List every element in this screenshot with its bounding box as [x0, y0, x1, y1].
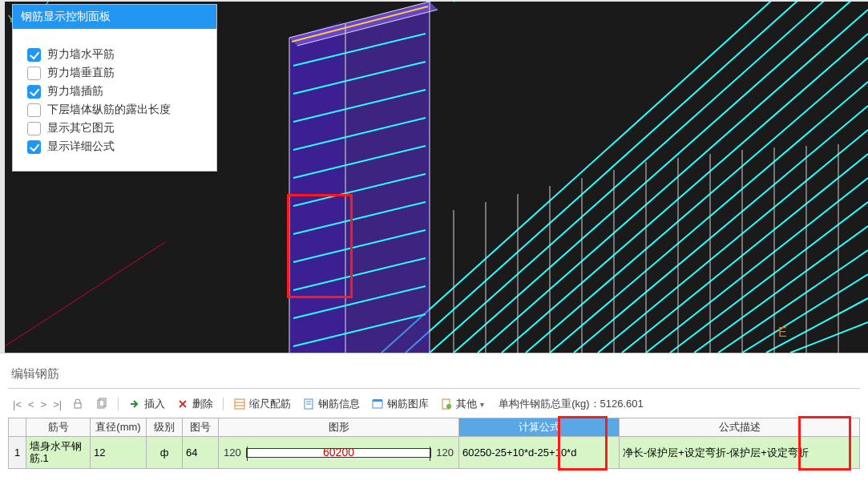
shape-mid: 60200: [247, 446, 431, 459]
col-grade[interactable]: 级别: [147, 418, 183, 437]
checkbox-icon: [27, 85, 41, 99]
nav-prev[interactable]: <: [26, 398, 36, 410]
btn-copy[interactable]: [92, 396, 111, 412]
col-desc[interactable]: 公式描述: [620, 418, 860, 437]
rebar-table-wrap: 筋号 直径(mm) 级别 图号 图形 计算公式 公式描述 1 墙身水平钢筋.1 …: [8, 418, 860, 469]
cell-formula[interactable]: 60250-25+10*d-25+10*d: [459, 437, 620, 469]
col-rownum: [9, 418, 26, 437]
info-icon: [302, 398, 315, 410]
rebar-editor: 编辑钢筋 |< < > >| 插入 删除 缩尺配筋 钢筋信息: [0, 353, 868, 469]
viewport-3d[interactable]: E 钢筋显示控制面板 剪力墙水平筋 剪力墙垂直筋 剪力墙插筋 下层墙体纵筋的露出…: [0, 0, 868, 353]
cell-dia[interactable]: 12: [91, 437, 147, 469]
svg-rect-71: [373, 399, 382, 402]
btn-info[interactable]: 钢筋信息: [299, 395, 363, 413]
cb-other[interactable]: 显示其它图元: [27, 121, 204, 135]
nav-last[interactable]: >|: [51, 398, 63, 410]
cell-num[interactable]: 墙身水平钢筋.1: [26, 437, 91, 469]
checkbox-icon: [27, 48, 41, 62]
svg-rect-70: [373, 401, 382, 408]
col-shape[interactable]: 图形: [219, 418, 459, 437]
svg-line-12: [718, 250, 868, 353]
library-icon: [371, 398, 384, 410]
checkbox-icon: [27, 122, 41, 135]
table-row[interactable]: 1 墙身水平钢筋.1 12 ф 64 120 60200 120 60250-2…: [9, 437, 860, 469]
panel-title: 钢筋显示控制面板: [13, 5, 216, 29]
btn-lock[interactable]: [68, 396, 87, 412]
btn-scale[interactable]: 缩尺配筋: [230, 395, 294, 413]
shape-right: 120: [436, 446, 454, 459]
panel-body: 剪力墙水平筋 剪力墙垂直筋 剪力墙插筋 下层墙体纵筋的露出长度 显示其它图元 显…: [13, 29, 216, 171]
rebar-table[interactable]: 筋号 直径(mm) 级别 图号 图形 计算公式 公式描述 1 墙身水平钢筋.1 …: [8, 418, 860, 469]
svg-line-33: [5, 242, 165, 346]
checkbox-icon: [27, 140, 41, 154]
scale-icon: [233, 398, 246, 410]
col-dia[interactable]: 直径(mm): [91, 418, 147, 437]
btn-delete[interactable]: 删除: [173, 395, 216, 413]
svg-line-4: [526, 58, 868, 353]
copy-icon: [95, 398, 108, 410]
col-figno[interactable]: 图号: [183, 418, 219, 437]
svg-line-15: [790, 322, 868, 353]
shape-left: 120: [224, 446, 241, 459]
cb-lower[interactable]: 下层墙体纵筋的露出长度: [27, 103, 204, 117]
nav-next[interactable]: >: [39, 398, 49, 410]
svg-rect-61: [75, 403, 81, 408]
editor-toolbar: |< < > >| 插入 删除 缩尺配筋 钢筋信息: [8, 389, 860, 418]
shape-bar: 60200: [246, 448, 432, 458]
cell-grade[interactable]: ф: [147, 437, 183, 469]
svg-rect-64: [235, 399, 244, 409]
other-icon: [440, 398, 453, 410]
cb-horizontal[interactable]: 剪力墙水平筋: [27, 47, 204, 62]
cell-desc[interactable]: 净长-保护层+设定弯折-保护层+设定弯折: [620, 437, 860, 469]
delete-icon: [176, 398, 189, 410]
lock-icon: [71, 398, 84, 410]
svg-line-13: [742, 274, 868, 353]
total-weight: 单构件钢筋总重(kg)：5126.601: [499, 397, 644, 411]
btn-insert[interactable]: 插入: [125, 395, 168, 413]
table-header-row: 筋号 直径(mm) 级别 图号 图形 计算公式 公式描述: [9, 418, 860, 437]
btn-library[interactable]: 钢筋图库: [368, 395, 432, 413]
svg-text:E: E: [778, 325, 787, 339]
cell-rownum: 1: [9, 437, 26, 469]
insert-icon: [128, 398, 141, 410]
svg-line-5: [550, 82, 868, 353]
nav-first[interactable]: |<: [11, 398, 23, 410]
svg-line-0: [430, 2, 868, 353]
col-num[interactable]: 筋号: [26, 418, 91, 437]
svg-line-2: [478, 10, 868, 353]
col-formula[interactable]: 计算公式: [459, 418, 620, 437]
cell-figno[interactable]: 64: [183, 437, 219, 469]
editor-title: 编辑钢筋: [8, 358, 860, 389]
cell-shape[interactable]: 120 60200 120: [219, 437, 459, 469]
svg-line-3: [502, 34, 868, 353]
cb-vertical[interactable]: 剪力墙垂直筋: [27, 66, 204, 80]
chevron-down-icon: ▾: [480, 400, 484, 409]
checkbox-icon: [27, 103, 41, 117]
cb-insert[interactable]: 剪力墙插筋: [27, 84, 204, 99]
svg-marker-35: [289, 22, 345, 353]
svg-point-73: [446, 404, 451, 409]
rebar-display-panel: 钢筋显示控制面板 剪力墙水平筋 剪力墙垂直筋 剪力墙插筋 下层墙体纵筋的露出长度…: [12, 4, 217, 172]
cb-formula[interactable]: 显示详细公式: [27, 139, 204, 154]
btn-other[interactable]: 其他 ▾: [437, 395, 487, 413]
checkbox-icon: [27, 67, 41, 80]
